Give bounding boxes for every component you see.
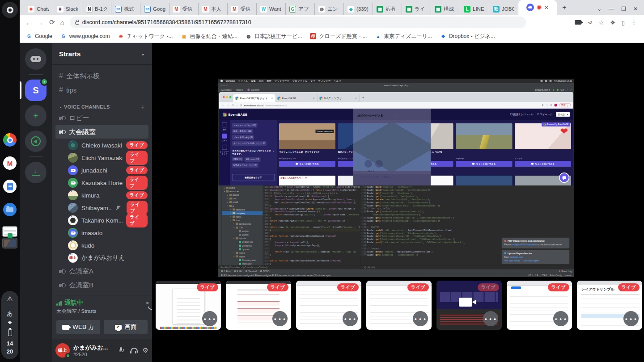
shared-browser-tab[interactable]: B-1グランプリ ✕ [318, 94, 360, 102]
booth-card[interactable]: テスト社 ちょっと聞いてみる [515, 123, 571, 176]
project-tree-item[interactable]: ▸ company [222, 211, 263, 215]
expand-arrow-icon[interactable]: ▸ [230, 216, 232, 218]
stream-options-button[interactable] [553, 311, 568, 326]
side-panel-icon[interactable]: ▯ [622, 19, 625, 26]
expand-arrow-icon[interactable]: ▾ [233, 256, 235, 258]
stream-thumbnail[interactable]: ライブ [296, 281, 361, 330]
camera-button[interactable]: WEB カ [56, 320, 100, 334]
bookmark-item[interactable]: ▲ 東京ディズニーリ... [375, 33, 432, 40]
menu-item[interactable]: ファイル [238, 79, 248, 83]
maximize-icon[interactable]: ❐ [621, 6, 626, 12]
project-tree-item[interactable]: ▾ i18n [222, 226, 263, 229]
discord-home-button[interactable] [25, 48, 47, 70]
project-tree-item[interactable]: Company.vue [222, 258, 263, 262]
clear-filters-button[interactable]: 検索条件をクリア [232, 174, 275, 181]
bookmark-item[interactable]: ❋ チャットワーク -... [118, 33, 173, 40]
bookmark-star-icon[interactable]: ☆ [546, 104, 548, 107]
filter-chip[interactable]: SNSコンサルティング (9) [232, 163, 258, 168]
bookmark-item[interactable]: 得 クローズド懸賞・... [310, 33, 367, 40]
filter-chip[interactable]: マーケティング向け (12) [232, 123, 257, 128]
project-tree-item[interactable]: ▸ public [222, 186, 263, 189]
mic-icon[interactable] [118, 347, 125, 354]
traffic-lights-inactive[interactable] [220, 85, 228, 87]
voice-channel-lobby[interactable]: ロビー [55, 111, 148, 125]
voice-member[interactable]: junadachi ライブ [52, 164, 152, 177]
tool-window-button[interactable]: TODO [260, 270, 269, 273]
editor-pane-controller[interactable]: 153$eventEntry = $user->eventEntrys()->w… [263, 185, 360, 265]
run-icon[interactable]: ▶ [553, 88, 555, 92]
tab-close-icon[interactable]: ✕ [355, 97, 357, 100]
project-tree-item[interactable]: ▸ components [222, 222, 263, 226]
download-apps-button[interactable] [25, 162, 47, 183]
run-config-select[interactable]: phpunit.xml▾ [534, 88, 551, 92]
explore-servers-button[interactable] [25, 130, 47, 152]
back-icon[interactable]: ← [25, 19, 32, 26]
browser-tab[interactable]: 28 Goog [140, 3, 169, 15]
ime-indicator[interactable]: あ [7, 310, 13, 318]
project-tree-item[interactable]: ja.json [222, 233, 263, 236]
ask-button[interactable]: ちょっと聞いてみる [279, 161, 335, 167]
home-icon[interactable]: ⌂ [60, 19, 64, 26]
user-avatar[interactable]: 鎌上 [55, 343, 70, 358]
browser-tab[interactable]: W Want [257, 3, 286, 15]
project-tree-item[interactable]: ▾ js [222, 204, 263, 207]
browser-tab[interactable]: ▦ 応募 [373, 3, 402, 15]
crumb[interactable]: eventbase [220, 88, 232, 91]
filter-chip[interactable]: CRM (11) [232, 157, 243, 161]
browser-tab[interactable]: G アプ [286, 3, 315, 15]
create-channel-icon[interactable]: + [141, 103, 145, 110]
add-server-button[interactable]: + [25, 105, 47, 126]
headphones-icon[interactable] [130, 347, 137, 354]
shared-screen[interactable]: Chrome ファイル編集表示履歴ブックマークプロファイルタブウィンドウヘルプ … [218, 79, 574, 277]
menu-item[interactable]: 編集 [251, 79, 256, 83]
bookmark-item[interactable]: G www.google.com [60, 33, 110, 39]
project-tree-item[interactable]: ▾ layouts [222, 236, 263, 240]
close-icon[interactable]: ✕ [426, 110, 428, 114]
stream-thumbnail[interactable]: ライブ [226, 281, 291, 330]
line-ending[interactable]: LF [535, 274, 538, 277]
status-message[interactable]: PHP Interpreter is not configured. Pleas… [221, 274, 330, 277]
screen-capture-preview[interactable] [2, 238, 17, 248]
traffic-lights[interactable] [221, 92, 233, 102]
menu-item[interactable]: ブックマーク [274, 79, 289, 83]
new-tab-button[interactable]: + [360, 95, 366, 101]
voice-channels-category[interactable]: ⌄ VOICE CHANNELS + [55, 103, 148, 110]
tab-close-icon[interactable]: ✕ [271, 97, 273, 100]
browser-tab[interactable]: 28 株式 [111, 3, 140, 15]
chrome-app-icon[interactable] [3, 133, 17, 147]
expand-arrow-icon[interactable]: ▸ [233, 252, 235, 254]
notification-update-dependencies[interactable]: iUpdate Dependencies From package.json R… [502, 250, 569, 264]
launcher-button[interactable] [2, 2, 18, 18]
text-channel[interactable]: # tips [55, 83, 148, 97]
npm-install-link[interactable]: Run 'npm install' [504, 260, 520, 262]
stream-options-button[interactable] [202, 311, 217, 326]
system-tray[interactable]: ⚠ あ 1420 [1, 291, 18, 359]
schedule-link[interactable]: 講演スケジュール [510, 113, 534, 116]
browser-tab[interactable]: ◆ (339) [344, 3, 373, 15]
bookmark-star-icon[interactable]: ☆ [599, 19, 604, 26]
tab-close-icon[interactable]: ✕ [544, 4, 549, 11]
extensions-icon[interactable]: ❖ [550, 104, 552, 107]
filter-chip[interactable]: MAツール (10) [245, 157, 261, 162]
browser-tab[interactable]: ▦ ライ [402, 3, 431, 15]
tab-search-icon[interactable]: ⌄ [597, 6, 602, 12]
expand-arrow-icon[interactable]: ▾ [233, 237, 235, 240]
tab-capture-icon[interactable] [575, 20, 581, 25]
stream-options-button[interactable] [483, 311, 498, 326]
browser-menu-icon[interactable]: ⋮ [631, 19, 637, 26]
stream-thumbnail[interactable]: ライブ [507, 281, 572, 330]
project-tree-item[interactable]: ▾ pages [222, 255, 263, 258]
browser-tab[interactable]: N B-1ク [82, 3, 111, 15]
crumb[interactable]: api.php [251, 88, 259, 91]
browser-tab[interactable]: ❋ Chatw [24, 3, 53, 15]
download-icon[interactable]: ⬇ [542, 104, 544, 107]
filter-chip[interactable]: あたらしいタグを作成しました (0) [232, 141, 267, 146]
project-tree-item[interactable]: en.json [222, 229, 263, 233]
git-branch[interactable]: master [565, 274, 572, 277]
crumb[interactable]: routes [236, 88, 243, 91]
mypage-link[interactable]: マイページ [537, 113, 552, 116]
booth-card[interactable]: プロフェッショナル人材、足りてますか? 株式会社サービスB ちょっと聞いてみる [279, 123, 335, 176]
gmail-app-icon[interactable]: M [3, 156, 17, 170]
debug-icon[interactable]: ⚈ [557, 88, 559, 91]
files-app-icon[interactable] [3, 203, 17, 216]
